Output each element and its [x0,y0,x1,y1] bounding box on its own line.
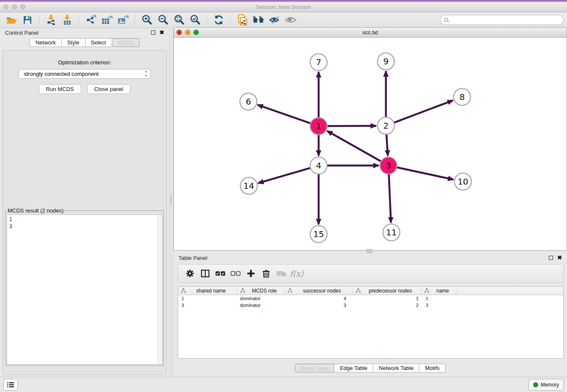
result-scrollbar[interactable] [157,215,162,364]
column-header-predecessor-nodes[interactable]: predecessor nodes [353,287,421,295]
import-network-button[interactable] [45,14,58,26]
table-cell[interactable]: 1 [353,296,421,301]
import-network-icon [46,14,57,25]
network-window-title: scc.txt [363,29,378,36]
run-mcds-button[interactable]: Run MCDS [39,84,81,94]
edge-2-8[interactable] [394,100,453,123]
first-neighbors-button[interactable] [252,14,265,26]
float-panel-icon[interactable] [151,30,155,35]
network-graph[interactable]: 7968124314101511 [174,38,567,250]
tab-motifs[interactable]: Motifs [419,364,446,373]
column-header-name[interactable]: name [421,287,457,295]
tab-network-table[interactable]: Network Table [373,364,419,373]
close-panel-icon[interactable]: ✖ [557,256,562,260]
tab-edge-table[interactable]: Edge Table [334,364,373,373]
minimize-window-button[interactable] [12,4,17,9]
edge-3-11[interactable] [389,174,391,223]
table-cell[interactable]: 3 [421,303,457,308]
fx-icon: f(x) [290,269,304,278]
export-network-button[interactable] [85,14,97,26]
table-cell[interactable]: dominator [237,296,285,301]
export-table-button[interactable] [101,14,113,26]
tab-node-table[interactable]: Node Table [295,364,335,373]
zoom-selected-button[interactable] [189,14,201,26]
export-image-button[interactable] [117,14,129,26]
zoom-window-button[interactable] [20,4,25,9]
table-cell[interactable]: 3 [285,303,353,308]
show-columns-button[interactable] [198,267,213,280]
zoom-out-button[interactable] [157,14,169,26]
network-minimize-button[interactable]: − [185,30,190,35]
mcds-tab-pane: Optimization criterion: strongly connect… [3,50,167,375]
mcds-result-text: 1 3 [7,215,162,231]
tab-mcds[interactable]: MCDS [112,38,140,47]
open-session-button[interactable] [5,14,18,26]
table-cell[interactable]: 3 [178,303,237,308]
table-cell[interactable]: 1 [178,296,237,301]
column-header-mcds-role[interactable]: MCDS role [237,287,285,295]
toolbar-separator [135,14,135,25]
node-label-1: 1 [316,121,322,131]
control-panel-tabs: NetworkStyleSelectMCDS [0,38,169,47]
table-cell[interactable]: 4 [285,296,353,301]
save-session-button[interactable] [21,14,34,26]
column-header-shared-name[interactable]: shared name [178,287,237,295]
toolbar-separator [230,14,231,25]
delete-columns-button[interactable] [259,267,274,280]
close-window-button[interactable] [3,4,8,9]
memory-status-icon [533,382,538,387]
table-cell[interactable]: 1 [421,296,457,301]
table-cell[interactable]: dominator [237,303,285,308]
duplicate-network-button[interactable] [236,14,249,26]
edge-3-10[interactable] [397,167,454,179]
mcds-result-box[interactable]: 1 3 [7,215,162,364]
export-table-icon [101,14,113,25]
mcds-result-fieldset: MCDS result (2 nodes) 1 3 [6,207,164,366]
save-floppy-icon [22,15,33,25]
column-header-successor-nodes[interactable]: successor nodes [285,287,353,295]
network-view-window: ✕ − + scc.txt 7968124314101511 [173,27,567,251]
memory-button[interactable]: Memory [528,379,564,391]
tab-select[interactable]: Select [85,38,112,47]
edge-3-1[interactable] [327,131,381,161]
table-row[interactable]: 3dominator323 [178,302,563,309]
apply-layout-button[interactable] [212,14,225,26]
zoom-in-button[interactable] [140,14,153,26]
node-table[interactable]: shared nameMCDS rolesuccessor nodesprede… [178,286,564,359]
horizontal-splitter[interactable] [173,251,567,252]
select-all-button[interactable] [213,267,228,280]
network-maximize-button[interactable]: + [193,30,199,35]
table-cell[interactable]: 2 [353,303,421,308]
close-panel-icon[interactable]: ✖ [160,30,164,35]
edge-4-14[interactable] [258,168,311,183]
import-table-button[interactable] [61,14,74,26]
table-settings-button[interactable] [182,267,198,280]
toolbar-separator [39,14,40,25]
add-column-button[interactable] [243,267,259,280]
hide-selected-button[interactable] [268,14,281,26]
close-panel-button[interactable]: Close panel [87,84,131,94]
search-field[interactable] [440,15,564,25]
edge-1-2[interactable] [327,126,376,126]
refresh-icon [213,14,224,25]
show-panels-button[interactable] [3,379,18,391]
duplicate-network-icon [237,14,248,26]
edge-2-3[interactable] [386,134,388,156]
edge-1-6[interactable] [258,105,311,124]
zoom-fit-button[interactable] [173,14,185,26]
splitter-handle[interactable] [170,194,172,205]
deselect-all-button[interactable] [228,267,243,280]
network-canvas[interactable]: 7968124314101511 [174,38,567,250]
vertical-splitter[interactable] [169,27,173,377]
table-row[interactable]: 1dominator411 [178,295,563,302]
tab-style[interactable]: Style [62,38,85,47]
tab-network[interactable]: Network [30,38,62,47]
network-window-titlebar[interactable]: ✕ − + scc.txt [174,28,567,38]
criterion-select[interactable]: strongly connected component ⌃⌄ [19,69,151,79]
float-panel-icon[interactable] [549,256,553,260]
window-controls [3,4,25,9]
mcds-result-title: MCDS result (2 nodes) [7,207,64,214]
network-close-button[interactable]: ✕ [176,30,182,35]
search-input[interactable] [451,17,560,23]
splitter-handle[interactable] [366,249,372,253]
